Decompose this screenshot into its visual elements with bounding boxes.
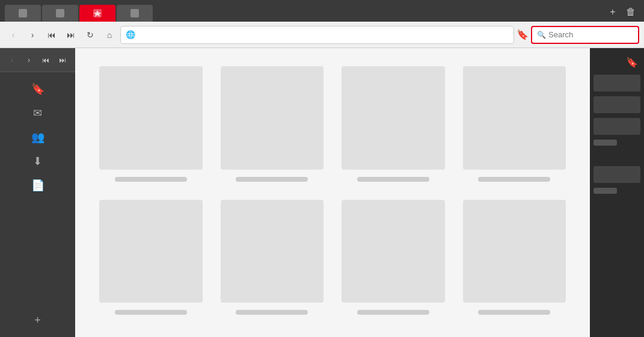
- close-tab-button[interactable]: 🗑: [622, 4, 639, 20]
- sidebar-item-mail[interactable]: ✉: [0, 101, 75, 125]
- tab-4-icon: [130, 9, 139, 17]
- search-icon: 🔍: [537, 31, 546, 39]
- grid-item-7: [342, 200, 445, 315]
- thumbnail-2: [221, 66, 324, 170]
- sidebar-rewind-icon: ⏮: [42, 56, 49, 64]
- grid-item-4: [463, 66, 566, 182]
- home-icon: ⌂: [107, 30, 112, 40]
- right-item-2: [593, 96, 640, 113]
- back-button[interactable]: ‹: [5, 26, 22, 43]
- contacts-icon: 👥: [31, 131, 44, 144]
- grid-item-6: [221, 200, 324, 315]
- tab-2[interactable]: [42, 5, 78, 22]
- forward-icon: ›: [31, 30, 34, 40]
- label-1: [115, 177, 187, 182]
- content-area: [75, 48, 590, 337]
- search-bar[interactable]: 🔍: [531, 26, 639, 44]
- sidebar-item-add[interactable]: +: [0, 308, 75, 332]
- sidebar-forward-button[interactable]: ›: [22, 53, 36, 67]
- download-icon: ⬇: [33, 155, 42, 168]
- back-icon: ‹: [12, 30, 15, 40]
- label-2: [236, 177, 308, 182]
- grid-item-8: [463, 200, 566, 315]
- right-bookmark-icon[interactable]: 🔖: [626, 57, 638, 68]
- vivaldi-icon: [93, 9, 102, 17]
- label-4: [478, 177, 550, 182]
- grid-item-1: [99, 66, 203, 182]
- thumbnail-8: [463, 200, 566, 303]
- sidebar-forward-icon: ›: [28, 56, 30, 64]
- thumbnail-1: [99, 66, 203, 170]
- tab-bar: + 🗑: [0, 0, 644, 22]
- reload-button[interactable]: ↻: [82, 26, 99, 43]
- grid-item-3: [342, 66, 445, 182]
- sidebar-item-bookmarks[interactable]: 🔖: [0, 77, 75, 101]
- bookmark-icon: 🔖: [517, 29, 529, 40]
- skip-button[interactable]: ⏭: [63, 26, 79, 43]
- tab-2-icon: [56, 9, 64, 17]
- sidebar-rewind-button[interactable]: ⏮: [38, 53, 53, 67]
- bookmark-button[interactable]: 🔖: [517, 26, 529, 43]
- sidebar-back-icon: ‹: [11, 56, 13, 64]
- content-grid: [99, 66, 566, 315]
- home-button[interactable]: ⌂: [101, 26, 118, 43]
- right-item-small-2: [593, 188, 617, 194]
- label-5: [115, 310, 187, 315]
- forward-button[interactable]: ›: [24, 26, 41, 43]
- reload-icon: ↻: [87, 30, 94, 40]
- right-item-1: [593, 75, 640, 91]
- label-6: [236, 310, 308, 315]
- add-tab-button[interactable]: +: [604, 4, 621, 20]
- address-input[interactable]: [139, 30, 509, 39]
- grid-item-2: [221, 66, 324, 182]
- sidebar-skip-icon: ⏭: [59, 56, 66, 64]
- tab-1-icon: [19, 9, 27, 17]
- right-item-4: [593, 166, 640, 183]
- thumbnail-3: [342, 66, 445, 170]
- sidebar-skip-button[interactable]: ⏭: [55, 53, 70, 67]
- browser-toolbar: ‹ › ⏮ ⏭ ↻ ⌂ 🌐 🔖 🔍: [0, 22, 644, 48]
- label-3: [357, 177, 429, 182]
- right-panel-top: 🔖: [593, 53, 640, 71]
- skip-icon: ⏭: [67, 30, 75, 40]
- rewind-button[interactable]: ⏮: [43, 26, 60, 43]
- sidebar-item-downloads[interactable]: ⬇: [0, 149, 75, 173]
- tab-1[interactable]: [5, 5, 41, 22]
- thumbnail-4: [463, 66, 566, 170]
- sidebar-item-contacts[interactable]: 👥: [0, 125, 75, 149]
- sidebar-item-notes[interactable]: 📄: [0, 173, 75, 197]
- label-8: [478, 310, 550, 315]
- label-7: [357, 310, 429, 315]
- main-area: ‹ › ⏮ ⏭ 🔖 ✉ 👥 ⬇: [0, 48, 644, 337]
- tab-4[interactable]: [117, 5, 153, 22]
- mail-icon: ✉: [33, 107, 42, 120]
- right-item-small-1: [593, 140, 617, 146]
- right-item-3: [593, 118, 640, 135]
- sidebar-top-nav: ‹ › ⏮ ⏭: [0, 48, 75, 72]
- right-panel: 🔖: [590, 48, 644, 337]
- tab-3-active[interactable]: [79, 5, 115, 22]
- globe-icon: 🌐: [126, 30, 135, 40]
- thumbnail-7: [342, 200, 445, 303]
- address-bar[interactable]: 🌐: [120, 26, 514, 44]
- thumbnail-6: [221, 200, 324, 303]
- left-sidebar: ‹ › ⏮ ⏭ 🔖 ✉ 👥 ⬇: [0, 48, 75, 337]
- sidebar-back-button[interactable]: ‹: [5, 53, 19, 67]
- search-input[interactable]: [548, 30, 644, 39]
- rewind-icon: ⏮: [48, 30, 56, 40]
- sidebar-icons: 🔖 ✉ 👥 ⬇ 📄 +: [0, 72, 75, 337]
- notes-icon: 📄: [31, 179, 44, 192]
- add-panel-icon: +: [34, 314, 41, 327]
- trash-icon: 🗑: [626, 7, 636, 17]
- thumbnail-5: [99, 200, 203, 303]
- grid-item-5: [99, 200, 203, 315]
- bookmark-sidebar-icon: 🔖: [31, 82, 44, 96]
